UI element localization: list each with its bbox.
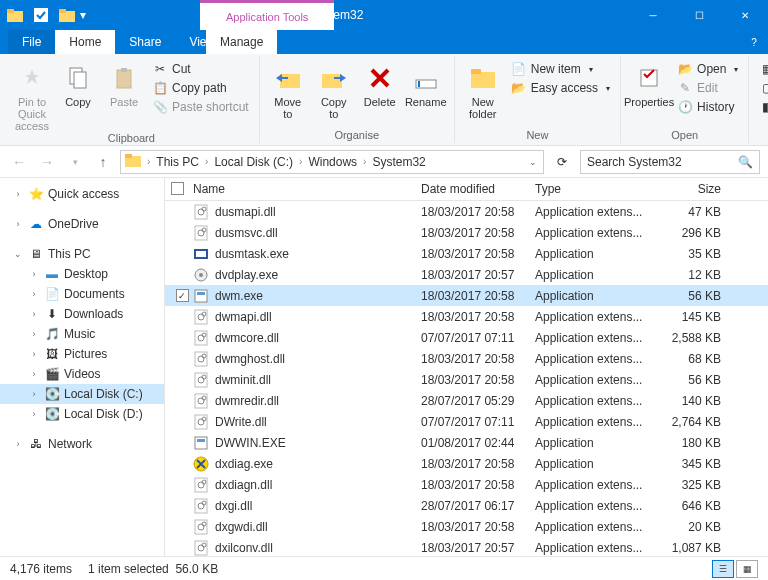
copy-button[interactable]: Copy [56,60,100,108]
file-row[interactable]: dxilconv.dll18/03/2017 20:57Application … [165,537,768,556]
invert-selection-icon: ◧ [759,99,768,115]
file-icon [193,498,209,514]
cut-button[interactable]: ✂Cut [148,60,253,78]
select-none-button[interactable]: ▢Select none [755,79,768,97]
paste-shortcut-button[interactable]: 📎Paste shortcut [148,98,253,116]
rename-button[interactable]: Rename [404,60,448,108]
file-row[interactable]: DWWIN.EXE01/08/2017 02:44Application180 … [165,432,768,453]
file-type: Application extens... [535,205,659,219]
file-icon [193,309,209,325]
file-row[interactable]: dwmcore.dll07/07/2017 07:11Application e… [165,327,768,348]
refresh-button[interactable]: ⟳ [550,151,574,173]
crumb[interactable]: Local Disk (C:) [210,155,297,169]
search-icon: 🔍 [738,155,753,169]
file-date: 18/03/2017 20:58 [421,226,535,240]
file-row[interactable]: dxdiagn.dll18/03/2017 20:58Application e… [165,474,768,495]
qa-checkbox-icon[interactable] [30,4,52,26]
file-row[interactable]: dwmghost.dll18/03/2017 20:58Application … [165,348,768,369]
close-button[interactable]: ✕ [722,0,768,30]
nav-pictures[interactable]: ›🖼Pictures [0,344,164,364]
file-type: Application extens... [535,499,659,513]
svg-rect-1 [7,9,14,13]
svg-rect-8 [121,68,127,72]
nav-documents[interactable]: ›📄Documents [0,284,164,304]
file-type: Application extens... [535,373,659,387]
recent-button[interactable]: ▾ [64,151,86,173]
file-row[interactable]: dxgi.dll28/07/2017 06:17Application exte… [165,495,768,516]
svg-rect-12 [418,81,420,87]
file-row[interactable]: dwmapi.dll18/03/2017 20:58Application ex… [165,306,768,327]
header-name[interactable]: Name [193,182,421,196]
file-type: Application extens... [535,478,659,492]
file-row[interactable]: dwmredir.dll28/07/2017 05:29Application … [165,390,768,411]
forward-button[interactable]: → [36,151,58,173]
disk-icon: 💽 [44,386,60,402]
file-type: Application extens... [535,310,659,324]
minimize-button[interactable]: ─ [630,0,676,30]
nav-music[interactable]: ›🎵Music [0,324,164,344]
row-checkbox[interactable]: ✓ [176,289,189,302]
help-icon[interactable]: ? [746,34,762,50]
svg-rect-13 [471,72,495,88]
nav-videos[interactable]: ›🎬Videos [0,364,164,384]
select-all-button[interactable]: ▦Select all [755,60,768,78]
nav-quick-access[interactable]: ›⭐Quick access [0,184,164,204]
paste-button[interactable]: Paste [102,60,146,108]
open-icon: 📂 [677,61,693,77]
properties-button[interactable]: Properties [627,60,671,108]
file-row[interactable]: dusmsvc.dll18/03/2017 20:58Application e… [165,222,768,243]
crumb[interactable]: Windows [304,155,361,169]
select-all-checkbox[interactable] [171,182,184,195]
header-date[interactable]: Date modified [421,182,535,196]
file-name: dxilconv.dll [215,541,273,555]
svg-rect-25 [196,251,206,257]
nav-desktop[interactable]: ›▬Desktop [0,264,164,284]
invert-selection-button[interactable]: ◧Invert selection [755,98,768,116]
tab-share[interactable]: Share [115,30,175,54]
header-type[interactable]: Type [535,182,659,196]
copy-path-button[interactable]: 📋Copy path [148,79,253,97]
edit-button[interactable]: ✎Edit [673,79,742,97]
pin-to-quick-access-button[interactable]: Pin to Quick access [10,60,54,132]
open-button[interactable]: 📂Open▾ [673,60,742,78]
tab-file[interactable]: File [8,30,55,54]
videos-icon: 🎬 [44,366,60,382]
nav-local-c[interactable]: ›💽Local Disk (C:) [0,384,164,404]
file-row[interactable]: dxdiag.exe18/03/2017 20:58Application345… [165,453,768,474]
nav-downloads[interactable]: ›⬇Downloads [0,304,164,324]
breadcrumb[interactable]: › This PC› Local Disk (C:)› Windows› Sys… [120,150,544,174]
crumb[interactable]: System32 [368,155,429,169]
crumb[interactable]: This PC [152,155,203,169]
history-button[interactable]: 🕐History [673,98,742,116]
delete-button[interactable]: Delete [358,60,402,108]
header-size[interactable]: Size [659,182,731,196]
collapse-ribbon-icon[interactable]: ⌃ [732,36,740,47]
file-row[interactable]: dxgwdi.dll18/03/2017 20:58Application ex… [165,516,768,537]
new-item-button[interactable]: 📄New item▾ [507,60,614,78]
nav-network[interactable]: ›🖧Network [0,434,164,454]
file-row[interactable]: dvdplay.exe18/03/2017 20:57Application12… [165,264,768,285]
nav-onedrive[interactable]: ›☁OneDrive [0,214,164,234]
column-headers[interactable]: Name Date modified Type Size [165,178,768,201]
file-row[interactable]: dusmtask.exe18/03/2017 20:58Application3… [165,243,768,264]
file-row[interactable]: dwminit.dll18/03/2017 20:58Application e… [165,369,768,390]
easy-access-button[interactable]: 📂Easy access▾ [507,79,614,97]
file-row[interactable]: DWrite.dll07/07/2017 07:11Application ex… [165,411,768,432]
new-folder-button[interactable]: New folder [461,60,505,120]
file-row[interactable]: dusmapi.dll18/03/2017 20:58Application e… [165,201,768,222]
nav-local-d[interactable]: ›💽Local Disk (D:) [0,404,164,424]
search-input[interactable]: Search System32 🔍 [580,150,760,174]
file-type: Application [535,247,659,261]
tab-manage[interactable]: Manage [206,30,277,54]
icons-view-button[interactable]: ▦ [736,560,758,578]
tab-home[interactable]: Home [55,30,115,54]
up-button[interactable]: ↑ [92,151,114,173]
details-view-button[interactable]: ☰ [712,560,734,578]
copy-to-button[interactable]: Copy to [312,60,356,120]
file-row[interactable]: ✓dwm.exe18/03/2017 20:58Application56 KB [165,285,768,306]
back-button[interactable]: ← [8,151,30,173]
move-to-button[interactable]: Move to [266,60,310,120]
nav-this-pc[interactable]: ⌄🖥This PC [0,244,164,264]
maximize-button[interactable]: ☐ [676,0,722,30]
file-icon [193,204,209,220]
